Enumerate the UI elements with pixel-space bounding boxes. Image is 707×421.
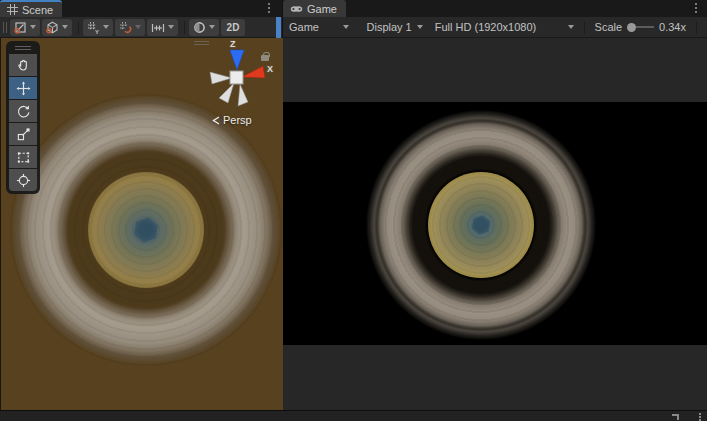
tab-game[interactable]: Game: [283, 0, 346, 17]
transform-tool-icon: [16, 173, 31, 188]
z-axis-cone[interactable]: [230, 50, 244, 70]
toolbar-separator: [584, 21, 585, 34]
orientation-gizmo[interactable]: [197, 38, 281, 112]
x-axis-cone[interactable]: [242, 66, 265, 78]
caret-down-icon: [209, 25, 215, 29]
draw-mode-icon: [14, 21, 27, 34]
move-tool-button[interactable]: [9, 77, 37, 99]
move-tool-icon: [16, 81, 31, 96]
gizmos-icon: [193, 21, 206, 34]
gizmo-center-cube[interactable]: [230, 71, 243, 84]
lower-panel-menu-icon[interactable]: [699, 413, 701, 421]
grid-axis-dropdown[interactable]: Y: [83, 19, 113, 36]
persp-text: Persp: [223, 114, 252, 126]
resolution-dropdown[interactable]: Full HD (1920x1080): [429, 17, 580, 38]
game-mode-dropdown[interactable]: Game: [283, 17, 355, 38]
hand-tool-icon: [16, 58, 31, 73]
shading-mode-icon: [46, 21, 59, 34]
move-snap-dropdown[interactable]: [147, 19, 178, 36]
hand-tool-button[interactable]: [9, 54, 37, 76]
scale-control: Scale 0.34x: [589, 17, 692, 38]
scale-slider-knob[interactable]: [627, 23, 636, 32]
display-dropdown[interactable]: Display 1: [361, 17, 429, 38]
snap-increment-icon: [119, 21, 132, 34]
toolbar-separator: [184, 21, 185, 34]
neg-axis-cone[interactable]: [210, 72, 232, 84]
rect-tool-button[interactable]: [9, 146, 37, 168]
svg-text:Y: Y: [95, 28, 99, 34]
scale-tool-icon: [16, 127, 31, 142]
scene-viewport[interactable]: Z X Persp: [0, 38, 283, 410]
caret-down-icon: [103, 25, 109, 29]
game-panel-menu-icon[interactable]: [691, 3, 701, 13]
scene-panel: Scene: [0, 0, 283, 410]
caret-down-icon: [168, 25, 174, 29]
scale-slider-track[interactable]: [636, 26, 654, 28]
caret-down-icon: [417, 25, 423, 29]
neg-axis-cone[interactable]: [219, 83, 234, 103]
scale-tool-button[interactable]: [9, 123, 37, 145]
scene-tab-label: Scene: [22, 4, 53, 16]
shading-mode-dropdown[interactable]: [42, 19, 72, 36]
tools-overlay-handle[interactable]: [9, 44, 37, 54]
unity-editor-window: Scene: [0, 0, 707, 421]
game-tabbar: Game: [283, 0, 707, 17]
projection-label[interactable]: Persp: [212, 114, 252, 126]
transform-tool-button[interactable]: [9, 169, 37, 191]
grid-axis-icon: Y: [87, 21, 100, 34]
game-view-area: [283, 38, 707, 410]
scale-value: 0.34x: [659, 21, 686, 33]
dock-corner-icon[interactable]: [672, 414, 679, 420]
2d-toggle-button[interactable]: 2D: [221, 19, 245, 36]
lower-panel-edge: [0, 410, 707, 421]
tools-overlay: [6, 41, 40, 194]
caret-down-icon: [135, 25, 141, 29]
caret-down-icon: [343, 25, 349, 29]
draw-mode-dropdown[interactable]: [10, 19, 40, 36]
game-render-surface[interactable]: [283, 102, 707, 345]
rotate-tool-icon: [16, 104, 31, 119]
grid-icon: [7, 4, 18, 15]
snap-increment-dropdown[interactable]: [115, 19, 145, 36]
scale-slider[interactable]: [627, 23, 654, 32]
scene-tabbar: Scene: [0, 0, 282, 17]
game-toolbar: Game Display 1 Full HD (1920x1080) Scale…: [283, 17, 707, 38]
caret-down-icon: [62, 25, 68, 29]
neg-axis-cone[interactable]: [238, 84, 248, 106]
chevron-left-icon: [212, 116, 220, 125]
toolbar-drag-handle[interactable]: [3, 22, 7, 33]
scene-toolbar: Y: [0, 17, 282, 38]
rotate-tool-button[interactable]: [9, 100, 37, 122]
move-snap-icon: [151, 21, 165, 34]
scale-label: Scale: [595, 21, 623, 33]
gizmos-dropdown[interactable]: [189, 19, 219, 36]
play-focused-dropdown[interactable]: Play Focus: [701, 17, 707, 38]
x-axis-label: X: [267, 64, 273, 74]
toolbar-separator: [696, 21, 697, 34]
caret-down-icon: [568, 25, 574, 29]
caret-down-icon: [30, 25, 36, 29]
toolbar-separator: [78, 21, 79, 34]
display-label: Display 1: [367, 21, 412, 33]
tab-scene[interactable]: Scene: [0, 0, 62, 17]
game-mode-label: Game: [289, 21, 319, 33]
rect-tool-icon: [16, 150, 31, 165]
panel-focus-indicator: [276, 17, 281, 38]
resolution-label: Full HD (1920x1080): [435, 21, 537, 33]
gamepad-icon: [290, 4, 303, 14]
game-tab-label: Game: [307, 3, 337, 15]
game-panel: Game Game Display 1 Full HD (1920x1080) …: [283, 0, 707, 410]
z-axis-label: Z: [230, 39, 236, 49]
scene-panel-menu-icon[interactable]: [264, 3, 274, 13]
